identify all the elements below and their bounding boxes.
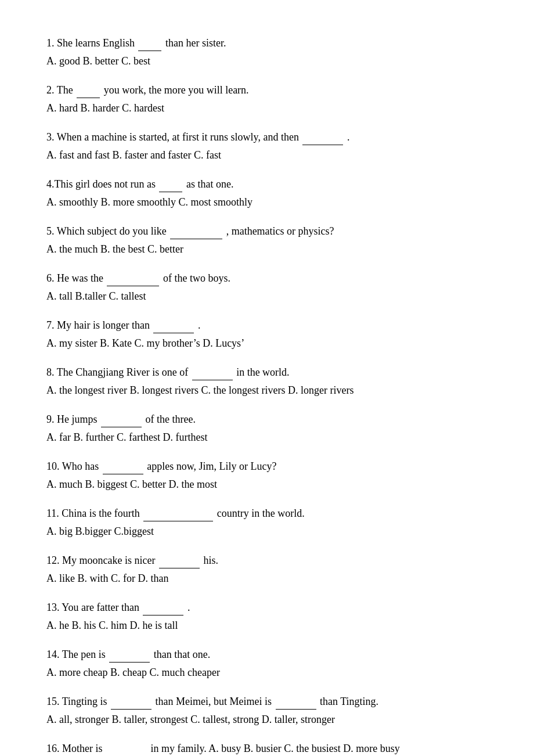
question-11: 11. China is the fourth country in the w… — [46, 505, 488, 539]
q15-blank1 — [111, 693, 151, 710]
question-9: 9. He jumps of the three. A. far B. furt… — [46, 411, 488, 445]
q15-text-after: than Tingting. — [320, 696, 378, 707]
q14-options: A. more cheap B. cheap C. much cheaper — [46, 665, 488, 681]
q7-options: A. my sister B. Kate C. my brother’s D. … — [46, 336, 488, 351]
question-2: 2. The you work, the more you will learn… — [46, 82, 488, 116]
q11-text: 11. China is the fourth country in the w… — [46, 505, 488, 521]
q10-blank — [103, 458, 143, 474]
question-13: 13. You are fatter than . A. he B. his C… — [46, 599, 488, 633]
q1-options: A. good B. better C. best — [46, 53, 488, 69]
q3-text-after: . — [347, 131, 350, 143]
q9-text-after: of the three. — [146, 413, 196, 425]
q5-text-after: , mathematics or physics? — [226, 225, 334, 237]
q13-text: 13. You are fatter than . — [46, 599, 488, 615]
q1-text-after: than her sister. — [165, 37, 226, 49]
question-7: 7. My hair is longer than . A. my sister… — [46, 317, 488, 351]
q7-text-after: . — [198, 319, 201, 331]
q3-blank — [302, 129, 343, 145]
q1-blank — [138, 35, 161, 51]
q4-text-before: 4.This girl does not run as — [46, 178, 156, 190]
q3-options: A. fast and fast B. faster and faster C.… — [46, 147, 488, 163]
q16-text: 16. Mother is in my family. A. busy B. b… — [46, 740, 488, 756]
question-12: 12. My mooncake is nicer his. A. like B.… — [46, 552, 488, 586]
q8-text: 8. The Changjiang River is one of in the… — [46, 364, 488, 380]
quiz-container: 1. She learns English than her sister. A… — [46, 35, 488, 756]
q16-blank — [106, 740, 147, 756]
q9-text-before: 9. He jumps — [46, 413, 98, 425]
q6-text-before: 6. He was the — [46, 272, 103, 284]
q12-text-after: his. — [203, 555, 218, 566]
q2-blank — [77, 82, 100, 98]
q3-text: 3. When a machine is started, at first i… — [46, 129, 488, 145]
q15-text-before: 15. Tingting is — [46, 696, 107, 707]
q6-options: A. tall B.taller C. tallest — [46, 289, 488, 304]
q6-blank — [107, 270, 159, 286]
q2-text: 2. The you work, the more you will learn… — [46, 82, 488, 98]
q7-blank — [153, 317, 194, 333]
question-10: 10. Who has apples now, Jim, Lily or Luc… — [46, 458, 488, 492]
q13-text-before: 13. You are fatter than — [46, 602, 139, 613]
question-6: 6. He was the of the two boys. A. tall B… — [46, 270, 488, 304]
question-15: 15. Tingting is than Meimei, but Meimei … — [46, 693, 488, 728]
q5-text-before: 5. Which subject do you like — [46, 225, 167, 237]
q11-text-after: country in the world. — [217, 507, 305, 519]
q6-text: 6. He was the of the two boys. — [46, 270, 488, 286]
q10-text: 10. Who has apples now, Jim, Lily or Luc… — [46, 458, 488, 474]
q15-blank2 — [276, 693, 316, 710]
q6-text-after: of the two boys. — [163, 272, 230, 284]
q13-blank — [143, 599, 183, 615]
q10-text-after: apples now, Jim, Lily or Lucy? — [147, 460, 276, 472]
q4-blank — [159, 176, 182, 192]
q8-options: A. the longest river B. longest rivers C… — [46, 383, 488, 398]
q15-options: A. all, stronger B. taller, strongest C.… — [46, 712, 488, 728]
q12-options: A. like B. with C. for D. than — [46, 571, 488, 586]
question-1: 1. She learns English than her sister. A… — [46, 35, 488, 69]
q3-text-before: 3. When a machine is started, at first i… — [46, 131, 299, 143]
q13-text-after: . — [187, 602, 190, 613]
q16-text-after: in my family. A. busy B. busier C. the b… — [151, 743, 400, 754]
q8-text-after: in the world. — [236, 366, 290, 378]
q4-text: 4.This girl does not run as as that one. — [46, 176, 488, 192]
q4-text-after: as that one. — [186, 178, 233, 190]
q9-text: 9. He jumps of the three. — [46, 411, 488, 427]
q5-options: A. the much B. the best C. better — [46, 242, 488, 257]
q14-text-after: than that one. — [154, 649, 210, 660]
q9-options: A. far B. further C. farthest D. furthes… — [46, 430, 488, 445]
q2-text-after: you work, the more you will learn. — [104, 84, 249, 96]
q14-text-before: 14. The pen is — [46, 649, 106, 660]
q11-blank — [143, 505, 213, 521]
q11-text-before: 11. China is the fourth — [46, 507, 140, 519]
q12-text-before: 12. My mooncake is nicer — [46, 555, 155, 566]
q15-text: 15. Tingting is than Meimei, but Meimei … — [46, 693, 488, 710]
q2-options: A. hard B. harder C. hardest — [46, 100, 488, 116]
q14-text: 14. The pen is than that one. — [46, 646, 488, 663]
q13-options: A. he B. his C. him D. he is tall — [46, 618, 488, 633]
question-16: 16. Mother is in my family. A. busy B. b… — [46, 740, 488, 756]
q16-text-before: 16. Mother is — [46, 743, 103, 754]
q12-blank — [159, 552, 200, 568]
q10-options: A. much B. biggest C. better D. the most — [46, 477, 488, 492]
q7-text-before: 7. My hair is longer than — [46, 319, 150, 331]
q5-text: 5. Which subject do you like , mathemati… — [46, 223, 488, 239]
q2-text-before: 2. The — [46, 84, 73, 96]
q5-blank — [170, 223, 222, 239]
q1-text-before: 1. She learns English — [46, 37, 135, 49]
q9-blank — [101, 411, 142, 427]
question-3: 3. When a machine is started, at first i… — [46, 129, 488, 163]
question-5: 5. Which subject do you like , mathemati… — [46, 223, 488, 257]
q7-text: 7. My hair is longer than . — [46, 317, 488, 333]
question-4: 4.This girl does not run as as that one.… — [46, 176, 488, 210]
q1-text: 1. She learns English than her sister. — [46, 35, 488, 51]
q11-options: A. big B.bigger C.biggest — [46, 524, 488, 539]
question-8: 8. The Changjiang River is one of in the… — [46, 364, 488, 398]
q15-text-middle: than Meimei, but Meimei is — [156, 696, 272, 707]
q8-blank — [192, 364, 233, 380]
q12-text: 12. My mooncake is nicer his. — [46, 552, 488, 568]
q4-options: A. smoothly B. more smoothly C. most smo… — [46, 195, 488, 210]
q8-text-before: 8. The Changjiang River is one of — [46, 366, 188, 378]
q10-text-before: 10. Who has — [46, 460, 99, 472]
question-14: 14. The pen is than that one. A. more ch… — [46, 646, 488, 681]
q14-blank — [109, 646, 150, 663]
